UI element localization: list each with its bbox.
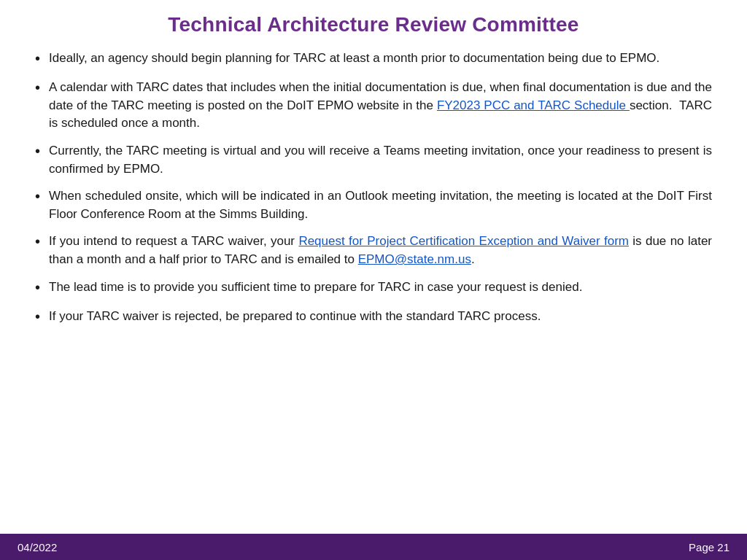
list-item: • If you intend to request a TARC waiver… (35, 233, 712, 268)
bullet-dot: • (35, 48, 40, 69)
epmo-email-link[interactable]: EPMO@state.nm.us (358, 252, 471, 266)
bullet-list: • Ideally, an agency should begin planni… (35, 50, 712, 327)
bullet-text: When scheduled onsite, which will be ind… (49, 187, 712, 223)
bullet-dot: • (35, 141, 40, 162)
bullet-text: If you intend to request a TARC waiver, … (49, 233, 712, 268)
fy2023-schedule-link[interactable]: FY2023 PCC and TARC Schedule (437, 98, 630, 112)
list-item: • If your TARC waiver is rejected, be pr… (35, 308, 712, 327)
bullet-dot: • (35, 186, 40, 207)
list-item: • Currently, the TARC meeting is virtual… (35, 142, 712, 178)
list-item: • When scheduled onsite, which will be i… (35, 187, 712, 223)
bullet-text: If your TARC waiver is rejected, be prep… (49, 308, 712, 326)
bullet-text: The lead time is to provide you sufficie… (49, 279, 712, 297)
bullet-text: Currently, the TARC meeting is virtual a… (49, 142, 712, 178)
bullet-dot: • (35, 306, 40, 327)
bullet-text: Ideally, an agency should begin planning… (49, 50, 712, 68)
page-container: Technical Architecture Review Committee … (0, 0, 747, 560)
list-item: • The lead time is to provide you suffic… (35, 279, 712, 298)
waiver-form-link[interactable]: Request for Project Certification Except… (298, 234, 629, 248)
footer: 04/2022 Page 21 (0, 534, 747, 560)
main-content: Technical Architecture Review Committee … (0, 0, 747, 534)
footer-page: Page 21 (689, 541, 729, 553)
bullet-dot: • (35, 77, 40, 98)
bullet-dot: • (35, 277, 40, 298)
list-item: • Ideally, an agency should begin planni… (35, 50, 712, 69)
page-title: Technical Architecture Review Committee (35, 13, 712, 36)
bullet-text: A calendar with TARC dates that includes… (49, 79, 712, 133)
footer-date: 04/2022 (18, 541, 57, 553)
list-item: • A calendar with TARC dates that includ… (35, 79, 712, 133)
bullet-dot: • (35, 231, 40, 252)
